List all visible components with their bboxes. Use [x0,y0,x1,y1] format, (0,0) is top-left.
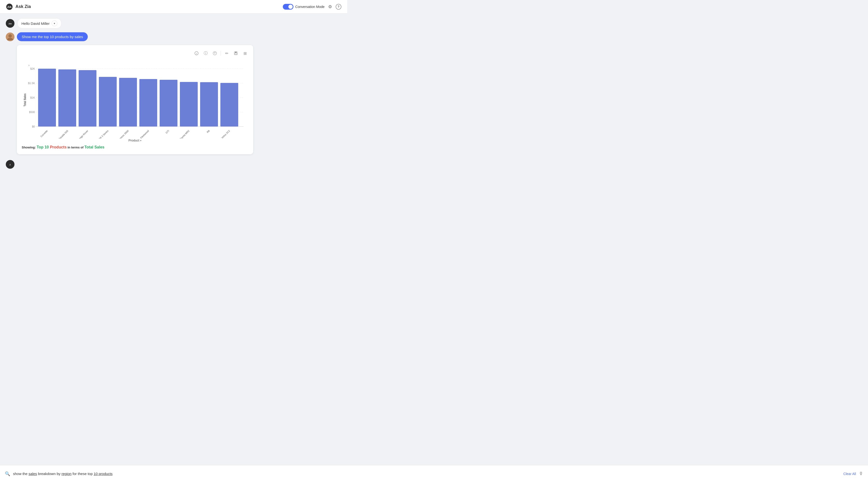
svg-text:$500: $500 [29,110,35,114]
header-right: Conversation Mode ⚙ ? [283,4,341,10]
bar-toyota [180,82,198,127]
svg-rect-11 [235,53,237,55]
toggle-track [283,4,293,10]
bar-corvette [38,69,56,127]
app-title: Ask Zia [16,4,31,9]
svg-text:ZIA: ZIA [9,23,12,25]
svg-text:ZIA: ZIA [7,5,11,8]
x-axis-label-text: Product [128,138,140,142]
bar-r8 [200,82,218,127]
footer-products: Products [49,145,66,150]
bar-volvo [220,83,238,127]
greeting-bubble[interactable]: Hello David Miller ▾ [18,18,61,28]
svg-text:Z: Z [196,53,197,55]
svg-text:GTI: GTI [165,129,170,134]
grid-toolbar-icon[interactable]: ⊞ [242,50,248,57]
edit-toolbar-icon[interactable]: ✏ [223,50,230,57]
svg-text:Range Rover: Range Rover [77,129,89,138]
chart-wrapper: Total Sales $2K $1.5K $1K $500 [22,61,248,142]
conversation-mode-toggle[interactable]: Conversation Mode [283,4,324,10]
bar-chart-svg: Total Sales $2K $1.5K $1K $500 [22,61,248,138]
footer-in-terms: in terms of [66,146,84,149]
chart-card: Z ⓘ ✏ [17,45,253,154]
conversation-mode-label: Conversation Mode [296,5,324,9]
svg-text:$1K: $1K [30,96,35,99]
bar-mazada [58,69,76,127]
x-axis-label: Product ▾ [22,138,248,142]
svg-text:$0: $0 [32,125,35,128]
zia-second-row: Z [6,160,341,169]
svg-text:Toyota MR2: Toyota MR2 [179,129,190,138]
user-message-bubble: Show me the top 10 products by sales [17,32,88,41]
svg-text:Express 3500: Express 3500 [117,129,129,138]
user-message-text: Show me the top 10 products by sales [22,35,83,39]
greeting-row: ZIA Hello David Miller ▾ [6,18,341,28]
footer-total-sales: Total Sales [84,145,104,150]
footer-showing: Showing: [22,146,37,149]
toggle-thumb [288,5,293,9]
svg-text:Corvette: Corvette [40,129,48,138]
svg-rect-10 [235,52,237,53]
user-avatar [6,33,14,41]
svg-text:Total Sales: Total Sales [23,94,26,106]
zia-logo: ZIA [6,3,13,10]
filter-toolbar-icon[interactable] [212,50,218,57]
help-icon[interactable]: ? [336,4,341,10]
greeting-chevron[interactable]: ▾ [52,21,57,26]
svg-text:Mazada 626: Mazada 626 [57,129,69,138]
header: ZIA Ask Zia Conversation Mode ⚙ ? [0,0,347,13]
zia-avatar: ZIA [6,19,14,28]
bar-range-rover [79,70,96,127]
svg-text:BMW 3 Series: BMW 3 Series [96,129,109,138]
zia-response-row: Z ⓘ ✏ [6,45,341,158]
settings-icon[interactable]: ⚙ [328,4,333,9]
save-toolbar-icon[interactable] [232,50,239,57]
bar-fleetwood [140,79,157,127]
svg-text:$1.5K: $1.5K [28,82,35,85]
info-toolbar-icon[interactable]: ⓘ [202,50,209,57]
chart-footer: Showing: Top 10 Products in terms of Tot… [22,145,248,150]
user-avatar-image [6,33,14,41]
main-content: ZIA Hello David Miller ▾ Show me the top… [0,13,347,176]
svg-text:Volvo 2C2: Volvo 2C2 [221,129,230,138]
chart-toolbar: Z ⓘ ✏ [22,50,248,59]
greeting-text: Hello David Miller [22,22,50,26]
bar-gti [160,80,178,127]
svg-point-4 [8,34,12,38]
zia-avatar-second: Z [6,160,14,169]
x-axis-chevron[interactable]: ▾ [140,139,142,142]
svg-text:Fleetwood: Fleetwood [140,129,150,138]
bar-bmw [99,77,117,127]
svg-text:›: › [28,64,29,67]
svg-text:Z: Z [10,164,11,166]
footer-top10: Top 10 [37,145,49,150]
header-left: ZIA Ask Zia [6,3,31,10]
bar-express [119,78,137,127]
zia-toolbar-icon[interactable]: Z [193,50,200,57]
svg-text:R8: R8 [206,129,210,133]
svg-text:$2K: $2K [30,67,35,70]
user-message-row: Show me the top 10 products by sales [6,32,341,41]
toggle-switch[interactable] [283,4,293,10]
